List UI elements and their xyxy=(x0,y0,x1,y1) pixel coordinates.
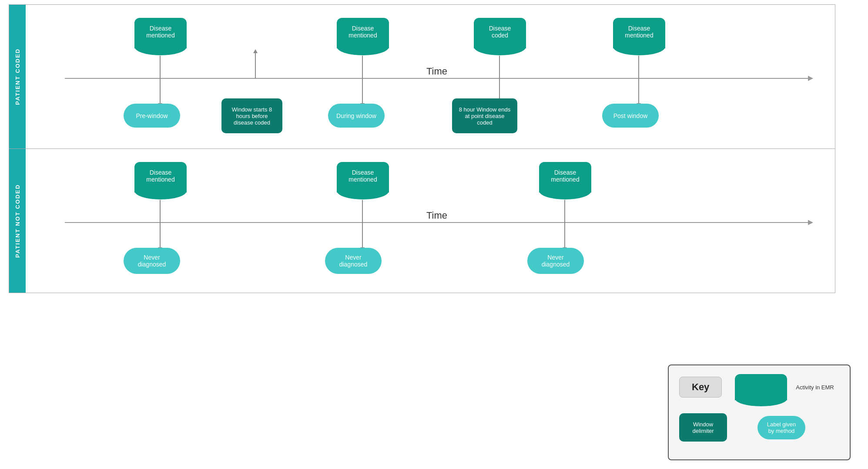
nodes-not-coded: Time Disease mentioned Disease mentioned… xyxy=(39,158,822,280)
key-label-sample: Label given by method xyxy=(757,416,805,439)
key-label-row: Label given by method xyxy=(753,416,805,439)
section-label-coded: PATIENT CODED xyxy=(9,5,26,148)
key-window-sample: Window delimiter xyxy=(679,413,727,442)
emr-bubble-nc-2: Disease mentioned xyxy=(539,162,591,192)
arrow-1 xyxy=(255,53,256,79)
window-starts: Window starts 8 hours before disease cod… xyxy=(221,98,282,133)
section-patient-coded: PATIENT CODED Time Disease mentioned Dis… xyxy=(9,5,835,149)
key-emr-row: Activity in EMR xyxy=(735,374,834,400)
key-box: Key Activity in EMR Window delimiter Lab… xyxy=(668,364,851,460)
page: PATIENT CODED Time Disease mentioned Dis… xyxy=(0,4,868,469)
emr-bubble-3: Disease mentioned xyxy=(613,18,665,48)
timeline-coded: Time xyxy=(65,78,809,79)
arrow-2 xyxy=(362,56,363,104)
window-ends: 8 hour Window ends at point disease code… xyxy=(452,98,517,133)
key-bottom-row: Window delimiter Label given by method xyxy=(679,413,839,442)
emr-bubble-nc-0: Disease mentioned xyxy=(134,162,187,192)
key-label-sample-text: Label given by method xyxy=(764,421,799,434)
section-patient-not-coded: PATIENT NOT CODED Time Disease mentioned… xyxy=(9,149,835,293)
emr-bubble-nc-1: Disease mentioned xyxy=(337,162,389,192)
key-window-row: Window delimiter xyxy=(679,413,727,442)
arrow-4 xyxy=(638,56,639,104)
key-top-row: Key Activity in EMR xyxy=(679,374,839,400)
section-label-not-coded: PATIENT NOT CODED xyxy=(9,149,26,293)
timeline-label-coded: Time xyxy=(426,66,447,77)
section-content-not-coded: Time Disease mentioned Disease mentioned… xyxy=(26,149,835,293)
timeline-not-coded: Time xyxy=(65,222,809,223)
arrow-nc-2 xyxy=(564,200,565,248)
label-never-1: Never diagnosed xyxy=(124,248,180,274)
arrow-nc-1 xyxy=(362,200,363,248)
key-emr-label: Activity in EMR xyxy=(796,384,834,391)
label-never-3: Never diagnosed xyxy=(527,248,584,274)
label-post-window: Post window xyxy=(602,104,659,128)
emr-bubble-0: Disease mentioned xyxy=(134,18,187,48)
key-emr-sample xyxy=(735,374,787,400)
arrow-0 xyxy=(160,56,161,104)
emr-bubble-2: Disease coded xyxy=(474,18,526,48)
label-never-2: Never diagnosed xyxy=(325,248,382,274)
label-pre-window: Pre-window xyxy=(124,104,180,128)
timeline-label-not-coded: Time xyxy=(426,210,447,221)
key-title: Key xyxy=(679,377,722,398)
key-window-sample-text: Window delimiter xyxy=(684,421,723,434)
nodes-coded: Time Disease mentioned Disease mentioned… xyxy=(39,13,822,135)
main-diagram: PATIENT CODED Time Disease mentioned Dis… xyxy=(9,4,835,293)
section-content-coded: Time Disease mentioned Disease mentioned… xyxy=(26,5,835,148)
arrow-nc-0 xyxy=(160,200,161,248)
arrow-3 xyxy=(499,56,500,104)
label-during-window: During window xyxy=(328,104,385,128)
emr-bubble-1: Disease mentioned xyxy=(337,18,389,48)
